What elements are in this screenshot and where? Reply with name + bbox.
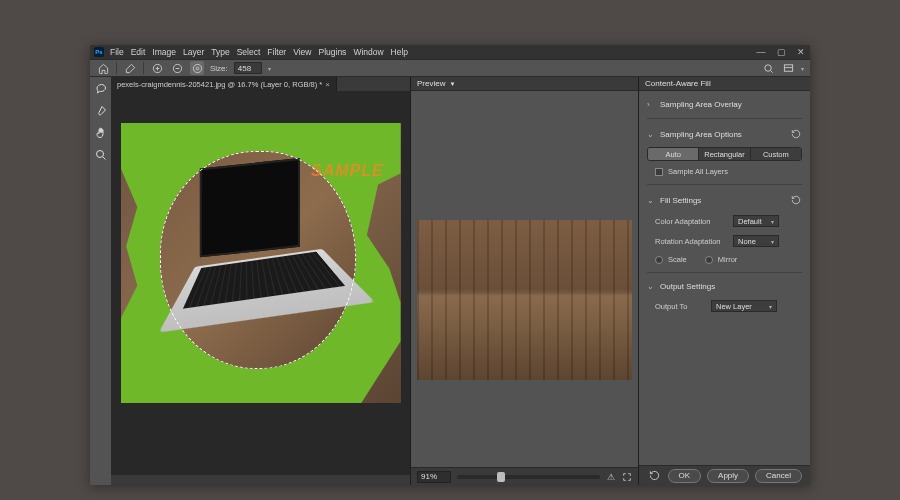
main-area: pexels-craigmdennis-205421.jpg @ 16.7% (…	[90, 77, 810, 485]
warning-icon[interactable]: ⚠	[606, 472, 616, 482]
tab-close-icon[interactable]: ×	[325, 80, 330, 89]
section-label: Fill Settings	[660, 196, 701, 205]
preview-image	[417, 220, 632, 380]
caf-title: Content-Aware Fill	[645, 79, 711, 88]
scale-mirror-row: Scale Mirror	[647, 253, 802, 266]
menu-edit[interactable]: Edit	[131, 47, 146, 57]
brush-size-input[interactable]: 458	[234, 62, 262, 74]
reset-all-icon[interactable]	[648, 469, 662, 483]
brush-subtract-icon[interactable]	[170, 61, 184, 75]
cancel-button[interactable]: Cancel	[755, 469, 802, 483]
svg-point-3	[193, 64, 201, 72]
maximize-button[interactable]: ▢	[776, 47, 786, 57]
rotation-adaptation-dropdown[interactable]: None▾	[733, 235, 779, 247]
sampling-mode-segment: Auto Rectangular Custom	[647, 147, 802, 161]
section-label: Output Settings	[660, 282, 715, 291]
ok-button[interactable]: OK	[668, 469, 702, 483]
mirror-option[interactable]: Mirror	[705, 255, 738, 264]
selection-marquee	[160, 151, 356, 369]
svg-rect-5	[784, 64, 792, 70]
close-button[interactable]: ✕	[796, 47, 806, 57]
options-bar: Size: 458 ▾ ▾	[90, 59, 810, 77]
search-icon[interactable]	[761, 61, 775, 75]
workspace-icon[interactable]	[781, 61, 795, 75]
menu-layer[interactable]: Layer	[183, 47, 204, 57]
field-label: Rotation Adaptation	[655, 237, 727, 246]
preview-body[interactable]	[411, 91, 638, 467]
brush-tool-icon[interactable]	[123, 61, 137, 75]
chevron-down-icon: ▾	[771, 218, 774, 225]
section-sampling-options[interactable]: ⌄ Sampling Area Options	[647, 125, 802, 143]
output-to-dropdown[interactable]: New Layer▾	[711, 300, 777, 312]
brush-size-label: Size:	[210, 64, 228, 73]
apply-button[interactable]: Apply	[707, 469, 749, 483]
radio[interactable]	[705, 256, 713, 264]
slider-thumb[interactable]	[497, 472, 505, 482]
section-sampling-overlay[interactable]: › Sampling Area Overlay	[647, 97, 802, 112]
lasso-tool-icon[interactable]	[93, 81, 109, 97]
mode-auto-button[interactable]: Auto	[648, 148, 699, 160]
minimize-button[interactable]: —	[756, 47, 766, 57]
sample-all-layers-row[interactable]: Sample All Layers	[647, 165, 802, 178]
reset-icon[interactable]	[790, 194, 802, 206]
section-fill-settings[interactable]: ⌄ Fill Settings	[647, 191, 802, 209]
chevron-down-icon: ▼	[449, 81, 455, 87]
dropdown-arrow-icon[interactable]: ▾	[268, 65, 271, 72]
chevron-down-icon: ⌄	[647, 196, 655, 205]
preview-zoom-input[interactable]: 91%	[417, 471, 451, 483]
home-icon[interactable]	[96, 61, 110, 75]
brush-settings-icon[interactable]	[190, 61, 204, 75]
canvas-area[interactable]: SAMPLE	[111, 91, 410, 475]
app-logo: Ps	[94, 47, 104, 57]
caf-panel: Content-Aware Fill › Sampling Area Overl…	[639, 77, 810, 485]
section-label: Sampling Area Overlay	[660, 100, 742, 109]
svg-point-2	[196, 67, 199, 70]
hand-tool-icon[interactable]	[93, 125, 109, 141]
caf-panel-header: Content-Aware Fill	[639, 77, 810, 91]
svg-point-4	[764, 64, 770, 70]
preview-panel-header[interactable]: Preview ▼	[411, 77, 638, 91]
menu-filter[interactable]: Filter	[267, 47, 286, 57]
radio-label: Scale	[668, 255, 687, 264]
radio[interactable]	[655, 256, 663, 264]
document-tab[interactable]: pexels-craigmdennis-205421.jpg @ 16.7% (…	[111, 77, 337, 91]
chevron-down-icon: ⌄	[647, 130, 655, 139]
brush-add-icon[interactable]	[150, 61, 164, 75]
photoshop-window: Ps File Edit Image Layer Type Select Fil…	[90, 45, 810, 485]
field-label: Output To	[655, 302, 705, 311]
reset-icon[interactable]	[790, 128, 802, 140]
menu-type[interactable]: Type	[211, 47, 229, 57]
menu-help[interactable]: Help	[391, 47, 408, 57]
output-to-row: Output To New Layer▾	[647, 298, 802, 314]
preview-zoom-slider[interactable]	[457, 475, 600, 479]
canvas: SAMPLE	[121, 123, 401, 403]
color-adaptation-row: Color Adaptation Default▾	[647, 213, 802, 229]
color-adaptation-dropdown[interactable]: Default▾	[733, 215, 779, 227]
menu-view[interactable]: View	[293, 47, 311, 57]
fit-screen-icon[interactable]	[622, 472, 632, 482]
checkbox[interactable]	[655, 168, 663, 176]
menu-file[interactable]: File	[110, 47, 124, 57]
mode-rectangular-button[interactable]: Rectangular	[699, 148, 750, 160]
document-tab-title: pexels-craigmdennis-205421.jpg @ 16.7% (…	[117, 80, 322, 89]
zoom-tool-icon[interactable]	[93, 147, 109, 163]
chevron-down-icon: ▾	[771, 238, 774, 245]
section-output-settings[interactable]: ⌄ Output Settings	[647, 279, 802, 294]
brush-tool-icon[interactable]	[93, 103, 109, 119]
chevron-down-icon: ▾	[769, 303, 772, 310]
caf-footer: OK Apply Cancel	[639, 465, 810, 485]
document-column: pexels-craigmdennis-205421.jpg @ 16.7% (…	[111, 77, 411, 485]
titlebar: Ps File Edit Image Layer Type Select Fil…	[90, 45, 810, 59]
menu-select[interactable]: Select	[237, 47, 261, 57]
mode-custom-button[interactable]: Custom	[751, 148, 801, 160]
menu-window[interactable]: Window	[353, 47, 383, 57]
workspace-menu-icon[interactable]: ▾	[801, 65, 804, 72]
field-label: Color Adaptation	[655, 217, 727, 226]
document-tab-row: pexels-craigmdennis-205421.jpg @ 16.7% (…	[111, 77, 410, 91]
menu-plugins[interactable]: Plugins	[318, 47, 346, 57]
menu-image[interactable]: Image	[152, 47, 176, 57]
chevron-right-icon: ›	[647, 100, 655, 109]
document-status-bar	[111, 475, 410, 485]
scale-option[interactable]: Scale	[655, 255, 687, 264]
caf-body: › Sampling Area Overlay ⌄ Sampling Area …	[639, 91, 810, 465]
